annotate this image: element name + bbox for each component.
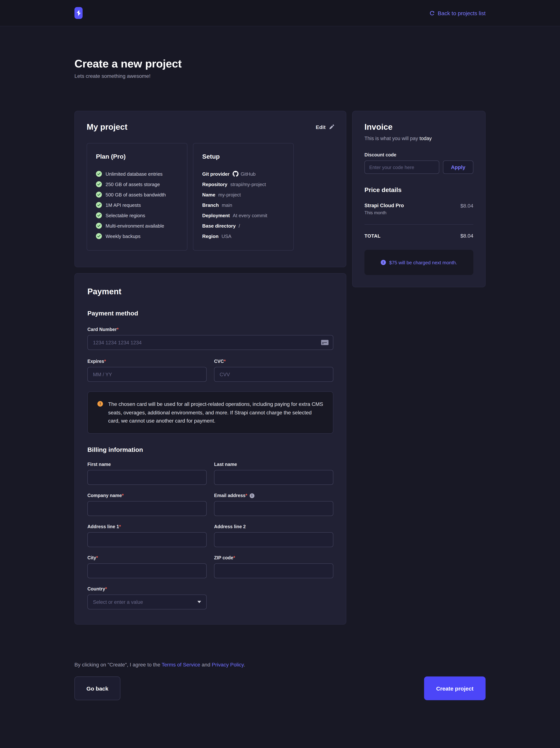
strapi-bolt-icon [76, 10, 81, 16]
cvc-input[interactable] [214, 367, 333, 382]
github-icon [233, 171, 238, 177]
total-row: TOTAL $8.04 [364, 233, 473, 239]
setup-row-name: Namemy-project [202, 189, 285, 200]
line-item-period: This month [364, 210, 404, 215]
zip-code-label: ZIP code* [214, 555, 333, 560]
country-select[interactable]: Select or enter a value [88, 594, 207, 609]
terms-of-service-link[interactable]: Terms of Service [162, 662, 200, 668]
card-usage-notice-text: The chosen card will be used for all pro… [108, 400, 323, 425]
card-number-label: Card Number* [88, 327, 333, 332]
setup-row-region: RegionUSA [202, 231, 285, 241]
plan-title: Plan (Pro) [96, 153, 178, 161]
address-line-2-input[interactable] [214, 532, 333, 547]
setup-row-base-directory: Base directory/ [202, 220, 285, 231]
last-name-field: Last name [214, 462, 333, 485]
warning-icon: ! [97, 401, 103, 406]
setup-row-repository: Repositorystrapi/my-project [202, 179, 285, 189]
plan-feature: 250 GB of assets storage [96, 179, 178, 189]
card-usage-notice: ! The chosen card will be used for all p… [88, 392, 333, 434]
country-label: Country* [88, 586, 207, 591]
last-name-input[interactable] [214, 470, 333, 485]
invoice-subtitle: This is what you will pay today [364, 136, 473, 141]
cvc-label: CVC* [214, 359, 333, 364]
last-name-label: Last name [214, 462, 333, 467]
line-item-name: Strapi Cloud Pro [364, 203, 404, 208]
check-circle-icon [96, 202, 102, 208]
top-navbar: Back to projects list [0, 0, 560, 26]
email-address-field: Email address*i [214, 493, 333, 516]
setup-list: Git provider GitHub Repositorystrapi/my-… [202, 169, 285, 241]
city-label: City* [88, 555, 207, 560]
next-month-note: i $75 will be charged next month. [364, 250, 473, 275]
apply-discount-button[interactable]: Apply [443, 161, 473, 174]
create-project-button[interactable]: Create project [424, 676, 486, 700]
plan-feature-list: Unlimited database entries 250 GB of ass… [96, 169, 178, 241]
required-asterisk: * [117, 327, 119, 332]
expires-label: Expires* [88, 359, 207, 364]
invoice-divider [364, 224, 473, 225]
payment-title: Payment [88, 287, 333, 297]
privacy-policy-link[interactable]: Privacy Policy [212, 662, 244, 668]
check-circle-icon [96, 192, 102, 197]
check-circle-icon [96, 181, 102, 187]
discount-code-input[interactable] [364, 161, 439, 174]
card-number-field: Card Number* [88, 327, 333, 350]
edit-project-button[interactable]: Edit [316, 124, 334, 130]
go-back-button[interactable]: Go back [74, 676, 120, 700]
terms-agreement: By clicking on "Create", I agree to the … [74, 662, 486, 668]
chevron-down-icon [197, 601, 201, 603]
credit-card-icon [321, 340, 328, 347]
required-asterisk: * [104, 359, 106, 364]
check-circle-icon [96, 233, 102, 239]
city-field: City* [88, 555, 207, 578]
total-amount: $8.04 [460, 233, 473, 239]
email-address-label: Email address*i [214, 493, 333, 498]
address-line-1-label: Address line 1* [88, 524, 207, 529]
total-label: TOTAL [364, 233, 381, 238]
required-asterisk: * [224, 359, 226, 364]
strapi-cloud-logo[interactable] [74, 7, 82, 19]
expires-field: Expires* [88, 359, 207, 382]
setup-title: Setup [202, 153, 285, 161]
discount-code-label: Discount code [364, 153, 473, 158]
setup-row-deployment: DeploymentAt every commit [202, 210, 285, 220]
company-name-field: Company name* [88, 493, 207, 516]
first-name-field: First name [88, 462, 207, 485]
plan-feature: Unlimited database entries [96, 169, 178, 179]
zip-code-field: ZIP code* [214, 555, 333, 578]
address-line-2-label: Address line 2 [214, 524, 333, 529]
plan-feature: Multi-environment available [96, 220, 178, 231]
back-arrow-icon [429, 10, 435, 16]
app-root: Back to projects list Create a new proje… [0, 0, 560, 748]
zip-code-input[interactable] [214, 563, 333, 578]
check-circle-icon [96, 212, 102, 218]
email-address-input[interactable] [214, 501, 333, 516]
required-asterisk: * [105, 586, 107, 591]
info-icon[interactable]: i [249, 493, 254, 498]
required-asterisk: * [122, 493, 124, 498]
page-subtitle: Lets create something awesome! [74, 73, 486, 79]
plan-panel: Plan (Pro) Unlimited database entries 25… [87, 143, 188, 251]
company-name-input[interactable] [88, 501, 207, 516]
country-field: Country* Select or enter a value [88, 586, 207, 609]
price-details-title: Price details [364, 186, 473, 194]
invoice-title: Invoice [364, 122, 473, 132]
plan-feature: 1M API requests [96, 200, 178, 210]
company-name-label: Company name* [88, 493, 207, 498]
back-to-projects-link[interactable]: Back to projects list [429, 10, 486, 16]
line-item-amount: $8.04 [460, 203, 473, 209]
setup-row-git-provider: Git provider GitHub [202, 169, 285, 179]
setup-panel: Setup Git provider GitHub Repositorystra [193, 143, 294, 251]
plan-feature: 500 GB of assets bandwidth [96, 189, 178, 200]
expires-input[interactable] [88, 367, 207, 382]
check-circle-icon [96, 223, 102, 229]
payment-card: Payment Payment method Card Number* [74, 273, 346, 625]
cvc-field: CVC* [214, 359, 333, 382]
card-number-input[interactable] [88, 335, 333, 350]
info-icon: i [381, 260, 386, 265]
address-line-1-field: Address line 1* [88, 524, 207, 547]
address-line-1-input[interactable] [88, 532, 207, 547]
city-input[interactable] [88, 563, 207, 578]
plan-feature: Weekly backups [96, 231, 178, 241]
first-name-input[interactable] [88, 470, 207, 485]
